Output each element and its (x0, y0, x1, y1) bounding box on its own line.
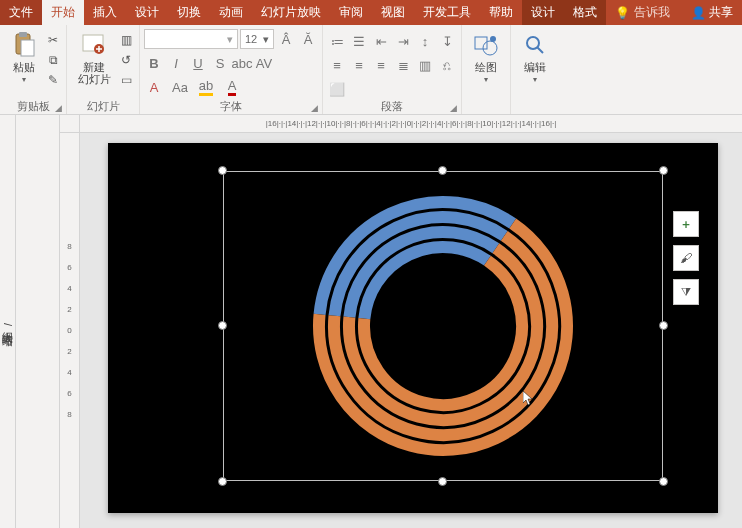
slides-group-label: 幻灯片 (87, 99, 120, 114)
reset-icon: ↺ (121, 53, 131, 67)
tab-transitions[interactable]: 切换 (168, 0, 210, 25)
align-center-icon: ≡ (355, 58, 363, 73)
columns-button[interactable]: ▥ (415, 55, 435, 75)
font-name-combo[interactable]: ▾ (144, 29, 238, 49)
format-painter-button[interactable]: ✎ (44, 71, 62, 89)
font-color-button[interactable]: A (222, 77, 242, 97)
indent-inc-button[interactable]: ⇥ (393, 31, 413, 51)
chart-styles-button[interactable]: 🖌 (673, 245, 699, 271)
align-text-icon: ⎌ (443, 58, 451, 73)
editing-button[interactable]: 编辑 ▾ (515, 27, 555, 84)
resize-handle-sw[interactable] (218, 477, 227, 486)
grow-font-icon: Â (282, 32, 291, 47)
tab-chart-format[interactable]: 格式 (564, 0, 606, 25)
tab-view[interactable]: 视图 (372, 0, 414, 25)
copy-button[interactable]: ⧉ (44, 51, 62, 69)
chevron-down-icon: ▾ (223, 33, 233, 46)
tell-me[interactable]: 💡告诉我 (606, 0, 679, 25)
tab-dev[interactable]: 开发工具 (414, 0, 480, 25)
slide-layout-button[interactable]: ▥ (117, 31, 135, 49)
tab-review[interactable]: 审阅 (330, 0, 372, 25)
cut-button[interactable]: ✂ (44, 31, 62, 49)
share-icon: 👤 (691, 6, 706, 20)
svg-rect-2 (21, 40, 34, 56)
tab-chart-design[interactable]: 设计 (522, 0, 564, 25)
line-spacing-button[interactable]: ↕ (415, 31, 435, 51)
resize-handle-s[interactable] (438, 477, 447, 486)
dialog-launcher-icon[interactable]: ◢ (311, 103, 318, 113)
spacing-button[interactable]: AV (254, 53, 274, 73)
slide-reset-button[interactable]: ↺ (117, 51, 135, 69)
copy-icon: ⧉ (49, 53, 58, 67)
thumbnails-pane[interactable] (16, 115, 60, 528)
new-slide-button[interactable]: 新建 幻灯片 (71, 27, 117, 85)
justify-button[interactable]: ≣ (393, 55, 413, 75)
tab-file[interactable]: 文件 (0, 0, 42, 25)
plus-icon: ＋ (680, 216, 692, 233)
underline-button[interactable]: U (188, 53, 208, 73)
font-group-label: 字体 (220, 99, 242, 114)
clear-format-button[interactable]: A (144, 77, 164, 97)
dialog-launcher-icon[interactable]: ◢ (55, 103, 62, 113)
font-size-combo[interactable]: 12▾ (240, 29, 274, 49)
drawing-button[interactable]: 绘图 ▾ (466, 27, 506, 84)
outline-pane-tab[interactable]: 大纲/缩略 (0, 115, 16, 528)
paste-icon (10, 31, 38, 59)
align-right-icon: ≡ (377, 58, 385, 73)
indent-inc-icon: ⇥ (398, 34, 409, 49)
text-direction-icon: ↧ (442, 34, 453, 49)
chart-object[interactable]: ＋ 🖌 ⧩ (223, 171, 663, 481)
resize-handle-n[interactable] (438, 166, 447, 175)
slide-section-button[interactable]: ▭ (117, 71, 135, 89)
indent-dec-button[interactable]: ⇤ (371, 31, 391, 51)
group-slides: 新建 幻灯片 ▥ ↺ ▭ 幻灯片 (67, 25, 140, 114)
align-left-button[interactable]: ≡ (327, 55, 347, 75)
resize-handle-se[interactable] (659, 477, 668, 486)
tab-design[interactable]: 设计 (126, 0, 168, 25)
funnel-icon: ⧩ (681, 285, 691, 299)
doughnut-chart[interactable] (303, 186, 583, 466)
group-editing: 编辑 ▾ (511, 25, 559, 114)
bullets-button[interactable]: ≔ (327, 31, 347, 51)
font-color-icon: A (228, 78, 237, 96)
text-direction-button[interactable]: ↧ (437, 31, 457, 51)
resize-handle-w[interactable] (218, 321, 227, 330)
font-fill-button[interactable]: ab (196, 77, 216, 97)
italic-button[interactable]: I (166, 53, 186, 73)
resize-handle-nw[interactable] (218, 166, 227, 175)
numbering-button[interactable]: ☰ (349, 31, 369, 51)
tell-me-label: 告诉我 (634, 4, 670, 21)
dialog-launcher-icon[interactable]: ◢ (450, 103, 457, 113)
ruler-corner (60, 115, 80, 133)
bullets-icon: ≔ (331, 34, 344, 49)
paste-button[interactable]: 粘贴 ▾ (4, 27, 44, 84)
spacing-icon: AV (256, 56, 272, 71)
align-left-icon: ≡ (333, 58, 341, 73)
align-right-button[interactable]: ≡ (371, 55, 391, 75)
bold-button[interactable]: B (144, 53, 164, 73)
ribbon: 粘贴 ▾ ✂ ⧉ ✎ 剪贴板◢ 新建 幻灯片 ▥ ↺ ▭ 幻灯片 (0, 25, 742, 115)
font-size-value: 12 (245, 33, 257, 45)
drawing-label: 绘图 (475, 61, 497, 73)
tab-animations[interactable]: 动画 (210, 0, 252, 25)
tab-insert[interactable]: 插入 (84, 0, 126, 25)
align-text-button[interactable]: ⎌ (437, 55, 457, 75)
align-center-button[interactable]: ≡ (349, 55, 369, 75)
resize-handle-ne[interactable] (659, 166, 668, 175)
shrink-font-button[interactable]: Ă (298, 29, 318, 49)
share-button[interactable]: 👤 共享 (682, 0, 742, 25)
chart-filters-button[interactable]: ⧩ (673, 279, 699, 305)
section-icon: ▭ (121, 73, 132, 87)
change-case-button[interactable]: Aa (170, 77, 190, 97)
tab-slideshow[interactable]: 幻灯片放映 (252, 0, 330, 25)
grow-font-button[interactable]: Â (276, 29, 296, 49)
strike-button[interactable]: S (210, 53, 230, 73)
chart-elements-button[interactable]: ＋ (673, 211, 699, 237)
tab-home[interactable]: 开始 (42, 0, 84, 25)
smartart-button[interactable]: ⬜ (327, 79, 347, 99)
slide[interactable]: ＋ 🖌 ⧩ (108, 143, 718, 513)
resize-handle-e[interactable] (659, 321, 668, 330)
tab-help[interactable]: 帮助 (480, 0, 522, 25)
shadow-button[interactable]: abc (232, 53, 252, 73)
group-clipboard: 粘贴 ▾ ✂ ⧉ ✎ 剪贴板◢ (0, 25, 67, 114)
